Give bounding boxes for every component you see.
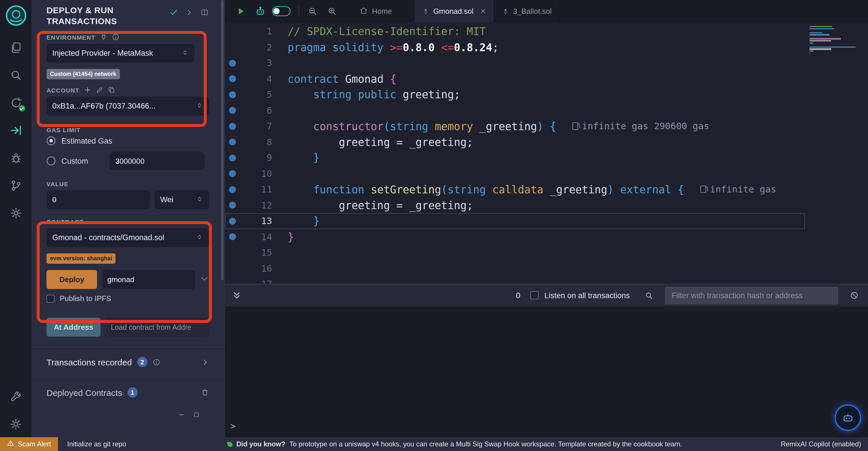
plug-icon[interactable] bbox=[100, 33, 107, 41]
tab-gmonad-sol[interactable]: Gmonad.sol bbox=[414, 0, 494, 22]
deploy-run-panel: DEPLOY & RUN TRANSACTIONS ENVIRONMENT In… bbox=[32, 0, 225, 437]
remix-logo[interactable] bbox=[4, 4, 27, 27]
code-line-4[interactable]: contract Gmonad { bbox=[225, 71, 868, 87]
code-line-15[interactable] bbox=[225, 245, 868, 260]
chevron-right-icon[interactable] bbox=[185, 8, 193, 19]
zoom-out-icon[interactable] bbox=[305, 4, 320, 19]
info-icon[interactable] bbox=[152, 358, 160, 366]
code-line-5[interactable]: string public greeting; bbox=[225, 87, 868, 103]
scam-alert[interactable]: Scam Alert bbox=[0, 437, 58, 451]
account-select[interactable]: 0xB1a...AF67b (7037.30466... bbox=[46, 96, 209, 115]
run-script-icon[interactable] bbox=[233, 4, 248, 19]
copilot-toggle[interactable] bbox=[272, 6, 290, 16]
copy-icon[interactable] bbox=[108, 86, 116, 94]
expand-terminal-icon[interactable] bbox=[232, 290, 242, 300]
minimap-line bbox=[809, 28, 834, 29]
settings-gear-icon[interactable] bbox=[6, 414, 26, 434]
ai-robot-icon[interactable] bbox=[253, 4, 268, 19]
deployed-count-badge: 1 bbox=[127, 387, 137, 398]
tab-home[interactable]: Home bbox=[352, 0, 399, 22]
transactions-recorded-row[interactable]: Transactions recorded 2 bbox=[46, 349, 209, 367]
code-line-17[interactable] bbox=[225, 276, 868, 284]
code-line-6[interactable] bbox=[225, 103, 868, 118]
code-line-8[interactable]: greeting = _greeting; bbox=[225, 134, 868, 150]
custom-gas-option[interactable]: Custom bbox=[61, 157, 96, 165]
file-explorer-icon[interactable] bbox=[6, 38, 26, 57]
tools-wrench-icon[interactable] bbox=[6, 387, 26, 406]
git-init-button[interactable]: Initialize as git repo bbox=[67, 440, 126, 448]
deployed-contracts-label: Deployed Contracts bbox=[46, 388, 122, 397]
code-line-14[interactable]: } bbox=[225, 229, 868, 245]
minimap-line bbox=[809, 49, 831, 50]
split-view-icon[interactable] bbox=[200, 8, 209, 19]
terminal-prompt[interactable]: > bbox=[225, 421, 868, 437]
code-line-1[interactable]: // SPDX-License-Identifier: MIT bbox=[225, 24, 868, 39]
code-line-11[interactable]: function setGreeting(string calldata _gr… bbox=[225, 181, 868, 197]
publish-ipfs-checkbox[interactable] bbox=[46, 294, 55, 303]
deploy-run-icon[interactable] bbox=[6, 121, 26, 140]
maximize-icon[interactable] bbox=[193, 411, 200, 418]
seedling-icon bbox=[227, 441, 233, 447]
code-line-10[interactable] bbox=[225, 166, 868, 181]
code-editor[interactable]: 1234567891011121314151617 // SPDX-Licens… bbox=[225, 22, 868, 284]
gas-estimate-annotation: infinite gas bbox=[700, 181, 776, 197]
pin-check-icon[interactable] bbox=[169, 8, 178, 19]
deploy-button[interactable]: Deploy bbox=[46, 270, 97, 289]
remix-ai-assistant-button[interactable] bbox=[835, 404, 861, 431]
toggle-knob bbox=[273, 8, 280, 15]
plugin-manager-icon[interactable] bbox=[6, 203, 26, 223]
custom-gas-input[interactable] bbox=[110, 152, 205, 170]
did-you-know-tip: Did you know? To prototype on a uniswap … bbox=[227, 440, 682, 448]
constructor-arg-input[interactable] bbox=[102, 270, 195, 289]
publish-ipfs-label: Publish to IPFS bbox=[60, 294, 111, 303]
value-input[interactable] bbox=[46, 190, 150, 209]
environment-select[interactable]: Injected Provider - MetaMask bbox=[46, 44, 195, 63]
chevron-right-icon[interactable] bbox=[202, 358, 209, 366]
home-icon bbox=[360, 6, 368, 17]
value-label: VALUE bbox=[46, 180, 69, 187]
copilot-status[interactable]: RemixAI Copilot (enabled) bbox=[781, 440, 861, 448]
minimap-line bbox=[809, 26, 833, 27]
value-unit-select[interactable]: Wei bbox=[154, 190, 209, 209]
code-line-2[interactable]: pragma solidity >=0.8.0 <=0.8.24; bbox=[225, 39, 868, 55]
search-icon[interactable] bbox=[6, 65, 26, 85]
at-address-input[interactable] bbox=[105, 318, 209, 337]
icon-sidebar bbox=[0, 0, 32, 437]
edit-icon[interactable] bbox=[96, 86, 104, 94]
close-tab-icon[interactable] bbox=[480, 8, 486, 15]
clear-terminal-icon[interactable] bbox=[849, 291, 859, 300]
info-icon[interactable] bbox=[112, 33, 120, 41]
estimated-gas-option[interactable]: Estimated Gas bbox=[61, 137, 112, 145]
transactions-recorded-label: Transactions recorded bbox=[46, 357, 132, 367]
code-line-13[interactable]: } bbox=[225, 213, 805, 229]
source-control-icon[interactable] bbox=[6, 176, 26, 195]
solidity-compiler-icon[interactable] bbox=[6, 93, 26, 113]
minimap[interactable] bbox=[809, 26, 858, 61]
code-line-9[interactable]: } bbox=[225, 150, 868, 166]
zoom-in-icon[interactable] bbox=[324, 4, 339, 19]
code-line-16[interactable] bbox=[225, 260, 868, 276]
expand-args-icon[interactable] bbox=[200, 274, 209, 285]
code-line-3[interactable] bbox=[225, 55, 868, 71]
deployed-contract-card[interactable] bbox=[46, 411, 209, 418]
at-address-button[interactable]: At Address bbox=[46, 318, 100, 337]
code-line-12[interactable]: greeting = _greeting; bbox=[225, 197, 868, 213]
listen-checkbox[interactable] bbox=[531, 291, 539, 299]
trash-icon[interactable] bbox=[201, 388, 209, 396]
debugger-icon[interactable] bbox=[6, 148, 26, 168]
select-arrows-icon bbox=[196, 233, 203, 242]
estimated-gas-radio[interactable] bbox=[46, 136, 56, 145]
minimap-line bbox=[809, 53, 810, 54]
contract-select[interactable]: Gmonad - contracts/Gmonad.sol bbox=[46, 228, 209, 247]
panel-scrollbar[interactable] bbox=[221, 0, 224, 280]
terminal-output[interactable]: > bbox=[225, 306, 868, 437]
code-line-7[interactable]: constructor(string memory _greeting) {in… bbox=[225, 118, 868, 134]
terminal-filter-input[interactable] bbox=[665, 286, 838, 304]
collapse-icon[interactable] bbox=[178, 411, 185, 418]
custom-gas-radio[interactable] bbox=[46, 156, 56, 166]
terminal-search-icon[interactable] bbox=[645, 291, 653, 300]
deployed-contracts-row[interactable]: Deployed Contracts 1 bbox=[46, 379, 209, 398]
transactions-count-badge: 2 bbox=[137, 357, 147, 367]
tab-ballot-sol[interactable]: 3_Ballot.sol bbox=[494, 0, 560, 22]
add-account-icon[interactable] bbox=[84, 86, 92, 94]
